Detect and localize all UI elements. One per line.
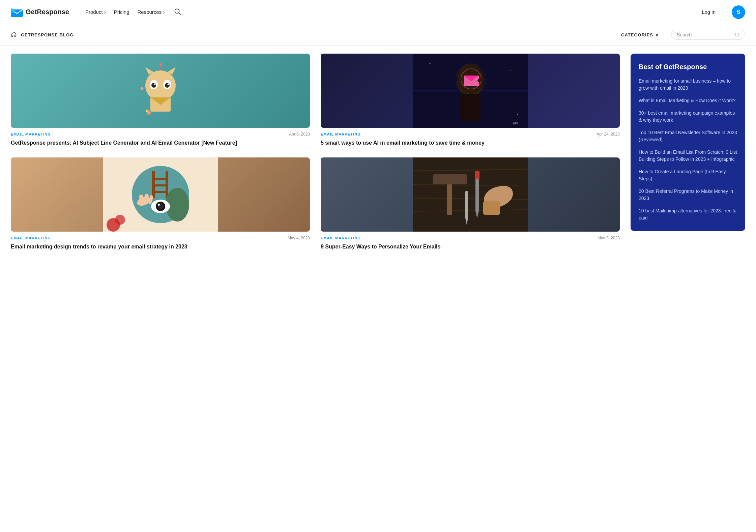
article-image: ♥ bbox=[11, 54, 310, 128]
article-image bbox=[321, 157, 620, 232]
article-image bbox=[11, 157, 310, 232]
svg-rect-59 bbox=[447, 184, 452, 215]
search-input[interactable] bbox=[677, 32, 732, 37]
sidebar-best-item[interactable]: Email marketing for small business – how… bbox=[639, 78, 737, 92]
logo-icon bbox=[11, 7, 23, 17]
search-bar[interactable] bbox=[671, 30, 745, 40]
article-category[interactable]: EMAIL MARKETING bbox=[321, 132, 361, 136]
sidebar-best-item[interactable]: 10 best Mailchimp alternatives for 2023:… bbox=[639, 207, 737, 221]
svg-rect-58 bbox=[433, 174, 467, 184]
categories-button[interactable]: CATEGORIES ∨ bbox=[621, 32, 659, 37]
article-card[interactable]: ♥ EMAIL MARKETING Apr 6, 2023 GetRespons… bbox=[11, 54, 310, 147]
svg-rect-61 bbox=[475, 171, 479, 179]
sidebar: Best of GetResponse Email marketing for … bbox=[631, 54, 745, 251]
svg-rect-41 bbox=[152, 191, 168, 193]
svg-point-16 bbox=[159, 63, 162, 66]
svg-point-10 bbox=[165, 83, 170, 88]
svg-text:Alb: Alb bbox=[513, 121, 518, 125]
logo-text: GetResponse bbox=[26, 8, 69, 16]
svg-line-33 bbox=[479, 79, 484, 81]
svg-point-12 bbox=[167, 84, 169, 85]
categories-label: CATEGORIES bbox=[621, 32, 653, 37]
nav-resources[interactable]: Resources › bbox=[138, 9, 165, 15]
articles-grid: ♥ EMAIL MARKETING Apr 6, 2023 GetRespons… bbox=[11, 54, 620, 251]
svg-point-21 bbox=[146, 110, 148, 112]
article-date: May 3, 2023 bbox=[598, 236, 620, 240]
article-meta: EMAIL MARKETING Apr 24, 2023 bbox=[321, 132, 620, 137]
nav-product[interactable]: Product › bbox=[85, 9, 106, 15]
main-nav: GetResponse Product › Pricing Resources … bbox=[0, 0, 756, 24]
svg-point-32 bbox=[517, 114, 518, 115]
article-date: Apr 6, 2023 bbox=[289, 132, 310, 137]
home-icon[interactable] bbox=[11, 31, 17, 39]
svg-rect-63 bbox=[483, 201, 500, 215]
svg-point-50 bbox=[158, 204, 160, 206]
svg-point-52 bbox=[115, 215, 125, 225]
sidebar-best-title: Best of GetResponse bbox=[639, 63, 737, 71]
login-link[interactable]: Log in bbox=[702, 9, 716, 15]
chevron-right-icon: › bbox=[163, 9, 165, 15]
article-card[interactable]: EMAIL MARKETING May 3, 2023 9 Super-Easy… bbox=[321, 157, 620, 250]
blog-title: GETRESPONSE BLOG bbox=[21, 32, 74, 37]
article-category[interactable]: EMAIL MARKETING bbox=[11, 132, 51, 136]
nav-search-icon[interactable] bbox=[174, 8, 181, 16]
articles-row-1: ♥ EMAIL MARKETING Apr 6, 2023 GetRespons… bbox=[11, 54, 620, 147]
articles-row-2: EMAIL MARKETING May 4, 2023 Email market… bbox=[11, 157, 620, 250]
svg-line-5 bbox=[738, 36, 739, 37]
article-title[interactable]: 9 Super-Easy Ways to Personalize Your Em… bbox=[321, 243, 620, 250]
best-of-section: Best of GetResponse Email marketing for … bbox=[631, 54, 745, 231]
sidebar-best-item[interactable]: Top 10 Best Email Newsletter Software in… bbox=[639, 129, 737, 143]
svg-point-11 bbox=[154, 84, 155, 85]
article-card[interactable]: EMAIL MARKETING May 4, 2023 Email market… bbox=[11, 157, 310, 250]
article-meta: EMAIL MARKETING May 3, 2023 bbox=[321, 236, 620, 240]
article-date: Apr 24, 2023 bbox=[597, 132, 620, 137]
sidebar-best-item[interactable]: How to Create a Landing Page (In 9 Easy … bbox=[639, 168, 737, 182]
article-image: Alb bbox=[321, 54, 620, 128]
article-title[interactable]: Email marketing design trends to revamp … bbox=[11, 243, 310, 250]
nav-pricing[interactable]: Pricing bbox=[114, 9, 129, 15]
svg-rect-25 bbox=[460, 94, 481, 121]
sidebar-best-item[interactable]: How to Build an Email List From Scratch:… bbox=[639, 149, 737, 163]
svg-line-3 bbox=[179, 13, 180, 14]
chevron-right-icon: › bbox=[104, 9, 106, 15]
svg-rect-40 bbox=[152, 184, 168, 186]
svg-point-31 bbox=[511, 70, 511, 71]
sidebar-best-item[interactable]: 30+ best email marketing campaign exampl… bbox=[639, 110, 737, 124]
article-meta: EMAIL MARKETING Apr 6, 2023 bbox=[11, 132, 310, 137]
svg-text:♥: ♥ bbox=[140, 85, 144, 92]
article-title[interactable]: 5 smart ways to use AI in email marketin… bbox=[321, 139, 620, 147]
svg-point-9 bbox=[151, 83, 156, 88]
article-card[interactable]: Alb EMAIL MARKETING Apr 24, 2023 5 smart… bbox=[321, 54, 620, 147]
sidebar-best-item[interactable]: What is Email Marketing & How Does it Wo… bbox=[639, 97, 737, 104]
article-category[interactable]: EMAIL MARKETING bbox=[11, 236, 51, 240]
svg-rect-39 bbox=[152, 178, 168, 180]
article-category[interactable]: EMAIL MARKETING bbox=[321, 236, 361, 240]
svg-point-30 bbox=[429, 63, 430, 64]
user-avatar[interactable]: S bbox=[732, 5, 745, 19]
main-layout: ♥ EMAIL MARKETING Apr 6, 2023 GetRespons… bbox=[0, 46, 756, 259]
article-meta: EMAIL MARKETING May 4, 2023 bbox=[11, 236, 310, 240]
sidebar-best-item[interactable]: 20 Best Referral Programs to Make Money … bbox=[639, 188, 737, 202]
article-date: May 4, 2023 bbox=[288, 236, 310, 240]
svg-rect-64 bbox=[465, 191, 468, 218]
chevron-down-icon: ∨ bbox=[655, 32, 659, 37]
search-icon bbox=[735, 32, 739, 37]
article-title[interactable]: GetResponse presents: AI Subject Line Ge… bbox=[11, 139, 310, 147]
blog-header: GETRESPONSE BLOG CATEGORIES ∨ bbox=[0, 24, 756, 46]
nav-links: Product › Pricing Resources › bbox=[85, 8, 181, 16]
logo[interactable]: GetResponse bbox=[11, 7, 69, 17]
